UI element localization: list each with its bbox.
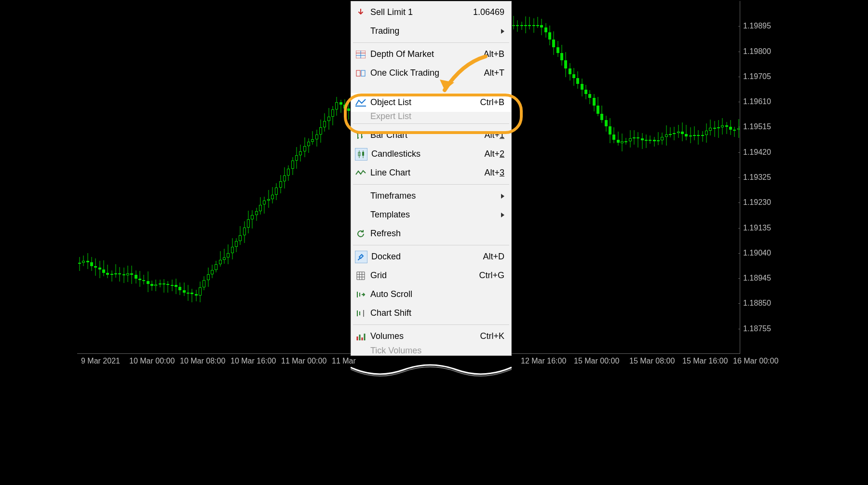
- time-axis: 9 Mar 202110 Mar 00:0010 Mar 08:0010 Mar…: [77, 353, 740, 380]
- down-arrow-icon: [355, 7, 366, 18]
- bar-chart-icon: [355, 130, 366, 141]
- menu-auto-scroll[interactable]: Auto Scroll: [351, 285, 511, 304]
- time-tick-label: 15 Mar 00:00: [574, 357, 619, 365]
- submenu-arrow-icon: [501, 29, 504, 34]
- submenu-arrow-icon: [501, 213, 504, 217]
- candlestick-icon: [355, 148, 367, 161]
- menu-label: Sell Limit 1: [370, 7, 473, 17]
- menu-shortcut: Alt+3: [484, 168, 504, 178]
- menu-timeframes[interactable]: Timeframes: [351, 187, 511, 205]
- refresh-icon: [355, 228, 366, 240]
- app-window: 1.198951.198001.197051.196101.195151.194…: [76, 0, 792, 381]
- time-tick-label: 12 Mar 16:00: [521, 357, 566, 365]
- svg-rect-5: [361, 70, 365, 76]
- price-tick-label: 1.18850: [743, 299, 771, 308]
- menu-label: Tick Volumes: [370, 346, 504, 355]
- menu-label: One Click Trading: [370, 68, 484, 78]
- price-tick-label: 1.19800: [743, 47, 771, 56]
- menu-line-chart[interactable]: Line Chart Alt+3: [351, 163, 511, 182]
- volumes-icon: [355, 331, 366, 342]
- chart-context-menu: Sell Limit 1 1.06469 Trading Depth Of Ma…: [351, 1, 512, 356]
- time-tick-label: 10 Mar 00:00: [129, 357, 175, 365]
- time-tick-label: 9 Mar 2021: [81, 357, 120, 365]
- menu-label: Candlesticks: [371, 149, 484, 159]
- menu-volumes[interactable]: Volumes Ctrl+K: [351, 327, 511, 346]
- svg-rect-10: [362, 152, 364, 156]
- menu-label: Line Chart: [370, 168, 484, 178]
- menu-label: Docked: [371, 252, 483, 262]
- menu-label: Timeframes: [370, 191, 501, 201]
- menu-label: Auto Scroll: [370, 289, 504, 299]
- menu-label: Grid: [370, 270, 479, 281]
- time-tick-label: 11 Mar 00:00: [281, 357, 326, 365]
- menu-bar-chart[interactable]: Bar Chart Alt+1: [351, 126, 511, 145]
- menu-grid[interactable]: Grid Ctrl+G: [351, 266, 511, 285]
- menu-shortcut: Ctrl+B: [480, 97, 504, 108]
- price-tick-label: 1.18755: [743, 324, 771, 333]
- blank-icon: [355, 26, 366, 37]
- price-tick-label: 1.19895: [743, 22, 771, 30]
- menu-tick-volumes[interactable]: Tick Volumes: [351, 346, 511, 355]
- menu-chart-shift[interactable]: Chart Shift: [351, 304, 511, 323]
- price-tick-label: 1.19420: [743, 148, 771, 157]
- pin-icon: [355, 251, 367, 263]
- menu-separator: [353, 324, 509, 325]
- menu-templates[interactable]: Templates: [351, 205, 511, 224]
- menu-shortcut: Alt+T: [484, 68, 504, 78]
- menu-expert-list[interactable]: Expert List: [351, 112, 511, 121]
- menu-label: Chart Shift: [370, 308, 504, 318]
- price-tick-label: 1.19325: [743, 173, 771, 182]
- menu-shortcut: Ctrl+K: [480, 331, 504, 341]
- price-tick-label: 1.19705: [743, 72, 771, 81]
- chart-shift-icon: [355, 308, 366, 319]
- price-tick-label: 1.19515: [743, 122, 771, 131]
- time-tick-label: 16 Mar 00:00: [733, 357, 778, 365]
- blank-icon: [355, 82, 366, 93]
- depth-icon: [355, 49, 366, 60]
- menu-label: Bar Chart: [370, 130, 484, 140]
- menu-sell-limit[interactable]: Sell Limit 1 1.06469: [351, 3, 511, 22]
- menu-refresh[interactable]: Refresh: [351, 224, 511, 243]
- menu-label: Refresh: [370, 229, 504, 239]
- menu-shortcut: Alt+2: [484, 149, 504, 159]
- one-click-icon: [355, 67, 366, 79]
- time-tick-label: 15 Mar 08:00: [629, 357, 675, 365]
- menu-shortcut: Alt+1: [484, 130, 504, 140]
- blank-icon: [355, 209, 366, 221]
- blank-icon: [355, 112, 366, 121]
- menu-separator: [353, 42, 509, 43]
- price-axis: 1.198951.198001.197051.196101.195151.194…: [740, 1, 791, 354]
- menu-object-list[interactable]: Object List Ctrl+B: [351, 93, 511, 112]
- menu-separator: [353, 245, 509, 245]
- menu-separator: [353, 184, 509, 185]
- price-tick-label: 1.19135: [743, 224, 771, 232]
- time-tick-label: 10 Mar 08:00: [180, 357, 225, 365]
- price-tick-label: 1.19230: [743, 198, 771, 207]
- menu-trading[interactable]: Trading: [351, 22, 511, 40]
- submenu-arrow-icon: [501, 194, 504, 199]
- auto-scroll-icon: [355, 289, 366, 300]
- menu-depth-of-market[interactable]: Depth Of Market Alt+B: [351, 45, 511, 64]
- menu-hidden-top: [351, 82, 511, 93]
- time-tick-label: 10 Mar 16:00: [231, 357, 276, 365]
- menu-label: Volumes: [370, 331, 480, 341]
- menu-label: Templates: [370, 210, 501, 220]
- time-tick-label: 15 Mar 16:00: [682, 357, 728, 365]
- svg-rect-4: [356, 70, 360, 76]
- price-tick-label: 1.18945: [743, 274, 771, 283]
- blank-icon: [355, 190, 366, 202]
- menu-shortcut: Ctrl+G: [479, 270, 504, 281]
- menu-label: Depth Of Market: [370, 49, 483, 59]
- time-tick-label: 11 Mar: [332, 357, 356, 365]
- menu-label: Trading: [370, 26, 501, 36]
- menu-separator: [353, 123, 509, 124]
- grid-icon: [355, 270, 366, 282]
- blank-icon: [355, 346, 366, 355]
- menu-candlesticks[interactable]: Candlesticks Alt+2: [351, 145, 511, 163]
- menu-docked[interactable]: Docked Alt+D: [351, 247, 511, 266]
- price-tick-label: 1.19040: [743, 249, 771, 257]
- menu-one-click-trading[interactable]: One Click Trading Alt+T: [351, 64, 511, 82]
- svg-rect-6: [355, 106, 366, 107]
- object-list-icon: [355, 97, 366, 108]
- menu-shortcut: Alt+B: [483, 49, 504, 59]
